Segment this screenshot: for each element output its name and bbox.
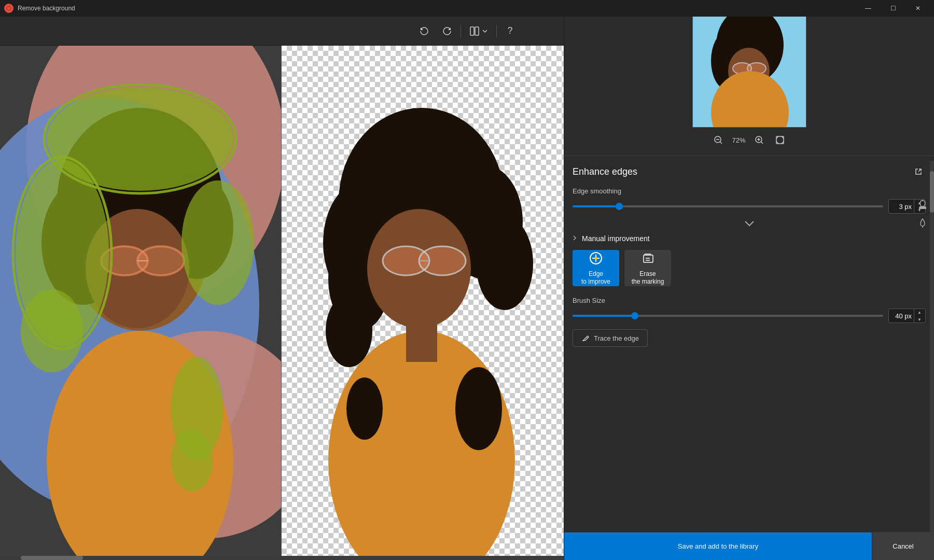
brush-size-input[interactable] — [889, 312, 914, 320]
brush-size-thumb[interactable] — [631, 312, 638, 319]
right-sidebar: 72% En — [564, 0, 934, 560]
brush-size-input-container: ▲ ▼ — [888, 309, 926, 323]
svg-point-34 — [476, 217, 533, 310]
brush-size-fill — [573, 315, 635, 317]
edge-smoothing-slider-row: ▲ ▼ — [573, 199, 926, 214]
manual-improvement-collapse[interactable] — [573, 235, 579, 243]
svg-point-24 — [182, 180, 254, 305]
zoom-out-button[interactable] — [711, 133, 726, 147]
minimize-button[interactable]: — — [856, 0, 880, 17]
canvas-scrollbar-thumb[interactable] — [21, 556, 83, 560]
canvas-area — [0, 46, 564, 560]
undo-button[interactable] — [415, 22, 434, 40]
sidebar-scrollbar-thumb[interactable] — [930, 171, 934, 213]
fit-to-window-button[interactable] — [773, 133, 787, 147]
trace-edge-label: Trace the edge — [594, 334, 639, 342]
svg-point-1 — [7, 7, 10, 10]
edge-smoothing-track[interactable] — [573, 205, 883, 207]
brush-size-label: Brush Size — [573, 297, 926, 304]
maximize-button[interactable]: ☐ — [881, 0, 905, 17]
trace-edge-button[interactable]: Trace the edge — [573, 329, 648, 347]
erase-marking-label: Erase the marking — [632, 270, 664, 285]
svg-point-20 — [137, 246, 184, 275]
close-button[interactable]: ✕ — [906, 0, 930, 17]
cancel-button[interactable]: Cancel — [872, 533, 934, 560]
dropper-tool-button[interactable] — [915, 216, 930, 230]
edge-smoothing-thumb[interactable] — [616, 203, 623, 210]
zoom-value: 72% — [732, 136, 745, 144]
svg-point-44 — [346, 377, 383, 440]
separator-1 — [461, 25, 461, 37]
enhance-export-button[interactable] — [911, 164, 926, 179]
brush-size-spinners: ▲ ▼ — [914, 309, 925, 323]
view-toggle-button[interactable] — [465, 22, 492, 40]
erase-marking-icon — [640, 251, 655, 268]
title-bar-left: Remove background — [4, 4, 75, 13]
preview-svg — [693, 9, 806, 128]
title-bar: Remove background — ☐ ✕ — [0, 0, 934, 17]
enhance-header: Enhance edges — [573, 164, 926, 179]
brush-size-increment[interactable]: ▲ — [914, 309, 925, 316]
edge-smoothing-input[interactable] — [889, 203, 914, 211]
sidebar-scrollbar[interactable] — [930, 161, 934, 532]
preview-image — [692, 8, 806, 128]
tool-buttons: Edge to improve Erase the marking — [573, 250, 926, 286]
brush-size-decrement[interactable]: ▼ — [914, 316, 925, 323]
zoom-in-button[interactable] — [752, 133, 766, 147]
svg-point-26 — [171, 429, 213, 492]
bottom-buttons: Save and add to the library Cancel — [564, 532, 934, 560]
svg-point-70 — [594, 257, 597, 260]
help-button[interactable]: ? — [501, 22, 520, 40]
svg-line-56 — [720, 142, 722, 144]
enhance-panel: Enhance edges Edge smoothing ▲ ▼ — [564, 156, 934, 532]
canvas-left[interactable] — [0, 46, 282, 560]
svg-rect-71 — [644, 255, 653, 262]
zoom-controls: 72% — [711, 133, 787, 147]
svg-point-36 — [326, 295, 372, 367]
canvas-scrollbar-horizontal[interactable] — [0, 556, 564, 560]
manual-improvement-title: Manual improvement — [582, 234, 650, 243]
svg-line-72 — [587, 337, 588, 338]
svg-point-23 — [21, 289, 83, 372]
extracted-image-canvas — [282, 46, 564, 560]
svg-rect-5 — [475, 27, 479, 35]
edge-to-improve-button[interactable]: Edge to improve — [573, 250, 619, 286]
collapse-button[interactable] — [744, 220, 755, 228]
edge-to-improve-label: Edge to improve — [581, 270, 610, 285]
enhance-edges-title: Enhance edges — [573, 166, 637, 177]
separator-2 — [496, 25, 497, 37]
brush-size-slider-row: ▲ ▼ — [573, 309, 926, 323]
preview-area: 72% — [564, 0, 934, 156]
original-image-canvas — [0, 46, 282, 560]
app-icon — [4, 4, 13, 13]
edge-smoothing-label: Edge smoothing — [573, 187, 926, 195]
canvas-right[interactable] — [282, 46, 564, 560]
edge-to-improve-icon — [589, 251, 603, 268]
window-title: Remove background — [18, 5, 75, 12]
svg-line-60 — [761, 142, 763, 144]
save-button[interactable]: Save and add to the library — [564, 533, 872, 560]
bucket-tool-button[interactable] — [915, 197, 930, 212]
collapse-row — [573, 220, 926, 228]
svg-rect-4 — [470, 27, 474, 35]
window-controls: — ☐ ✕ — [856, 0, 930, 17]
manual-improvement-header: Manual improvement — [573, 234, 926, 243]
svg-point-43 — [455, 367, 502, 450]
brush-size-track[interactable] — [573, 315, 883, 317]
edge-smoothing-fill — [573, 205, 619, 207]
erase-marking-button[interactable]: Erase the marking — [624, 250, 671, 286]
side-tools — [915, 197, 930, 230]
redo-button[interactable] — [438, 22, 456, 40]
